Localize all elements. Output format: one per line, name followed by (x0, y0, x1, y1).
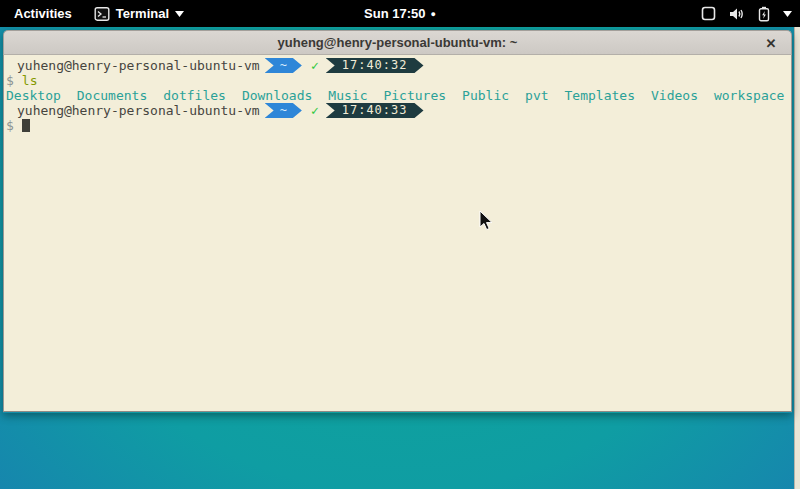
current-command-line[interactable]: $ (6, 118, 791, 133)
ls-output: DesktopDocumentsdotfilesDownloadsMusicPi… (6, 88, 791, 103)
gnome-top-bar: Activities Terminal Sun 17:50 ● (0, 0, 800, 27)
directory-entry: Public (462, 88, 509, 103)
prompt-time-segment: 17:40:32 (326, 58, 424, 73)
app-menu-terminal[interactable]: Terminal (94, 6, 184, 22)
command-text: ls (22, 73, 38, 88)
desktop: Activities Terminal Sun 17:50 ● (0, 0, 800, 489)
status-check-icon: ✓ (311, 103, 319, 118)
close-button[interactable]: ✕ (761, 33, 781, 53)
prompt-user-host: yuheng@henry-personal-ubuntu-vm (17, 58, 260, 73)
screen-icon (701, 6, 716, 21)
mouse-cursor (479, 210, 493, 235)
prompt-user-host: yuheng@henry-personal-ubuntu-vm (17, 103, 260, 118)
background-window-edge (794, 27, 800, 489)
prompt-line-1: yuheng@henry-personal-ubuntu-vm ~ ✓ 17:4… (6, 58, 791, 73)
prompt-path-segment: ~ (265, 103, 302, 118)
terminal-icon (94, 6, 110, 22)
prompt-line-2: yuheng@henry-personal-ubuntu-vm ~ ✓ 17:4… (6, 103, 791, 118)
window-title: yuheng@henry-personal-ubuntu-vm: ~ (278, 35, 518, 50)
directory-entry: workspace (714, 88, 784, 103)
terminal-window: yuheng@henry-personal-ubuntu-vm: ~ ✕ yuh… (3, 30, 792, 413)
command-line-ls: $ ls (6, 73, 791, 88)
prompt-symbol: $ (6, 118, 14, 133)
prompt-symbol: $ (6, 73, 14, 88)
directory-entry: Videos (651, 88, 698, 103)
directory-entry: Music (328, 88, 367, 103)
status-check-icon: ✓ (311, 58, 319, 73)
window-titlebar[interactable]: yuheng@henry-personal-ubuntu-vm: ~ ✕ (3, 30, 792, 55)
chevron-down-icon (783, 11, 792, 17)
volume-icon (729, 7, 745, 21)
directory-entry: dotfiles (163, 88, 226, 103)
chevron-down-icon (175, 11, 184, 17)
directory-entry: Pictures (383, 88, 446, 103)
directory-entry: Downloads (242, 88, 312, 103)
terminal-cursor (22, 119, 30, 132)
clock[interactable]: Sun 17:50 (364, 6, 425, 21)
activities-button[interactable]: Activities (10, 4, 76, 23)
directory-entry: pvt (525, 88, 548, 103)
directory-entry: Documents (77, 88, 147, 103)
app-menu-label: Terminal (116, 6, 169, 21)
prompt-path-segment: ~ (265, 58, 302, 73)
directory-entry: Templates (565, 88, 635, 103)
notification-dot: ● (430, 10, 435, 19)
prompt-time-segment: 17:40:33 (326, 103, 424, 118)
terminal-screen[interactable]: yuheng@henry-personal-ubuntu-vm ~ ✓ 17:4… (3, 55, 792, 412)
battery-charging-icon (758, 6, 770, 22)
system-status-area[interactable] (701, 0, 792, 27)
directory-entry: Desktop (6, 88, 61, 103)
